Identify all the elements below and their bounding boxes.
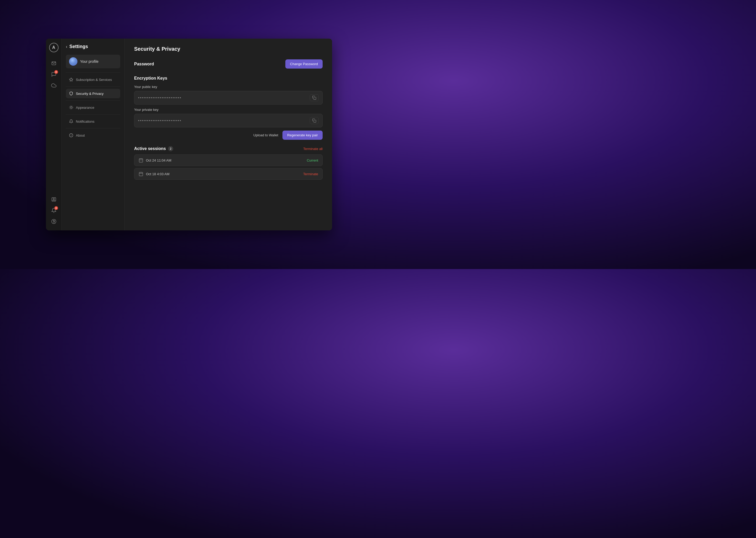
sessions-count-badge: 2 xyxy=(168,146,173,151)
password-section: Password Change Password xyxy=(134,59,323,69)
dollar-icon xyxy=(51,219,57,224)
session-item-2: Oct 18 4:03 AM Terminate xyxy=(134,168,323,180)
divider-1 xyxy=(66,73,120,73)
session-item-1: Oct 24 11:04 AM Current xyxy=(134,154,323,166)
svg-marker-4 xyxy=(69,78,73,81)
bell-nav-item[interactable]: 3 xyxy=(49,206,59,215)
appearance-icon xyxy=(69,105,73,110)
change-password-button[interactable]: Change Password xyxy=(285,59,323,69)
settings-header: ‹ Settings xyxy=(66,44,120,49)
divider-4 xyxy=(66,114,120,115)
notification-icon xyxy=(69,119,73,124)
app-window: A 3 xyxy=(46,39,332,230)
shield-icon xyxy=(69,91,73,96)
contacts-nav-item[interactable] xyxy=(49,195,59,204)
app-logo[interactable]: A xyxy=(49,43,59,52)
cloud-nav-item[interactable] xyxy=(49,81,59,90)
public-key-label: Your public key xyxy=(134,85,323,89)
settings-title: Settings xyxy=(69,44,88,49)
profile-name: Your profile xyxy=(80,59,98,64)
info-icon xyxy=(69,133,73,137)
svg-rect-10 xyxy=(314,97,316,100)
svg-rect-16 xyxy=(139,172,143,176)
copy-icon xyxy=(312,96,316,100)
private-key-label: Your private key xyxy=(134,108,323,112)
chat-badge: 3 xyxy=(54,70,58,74)
dollar-nav-item[interactable] xyxy=(49,217,59,226)
profile-menu-item[interactable]: Your profile xyxy=(66,55,120,68)
sessions-title-row: Active sessions 2 xyxy=(134,146,173,151)
session-terminate-button-2[interactable]: Terminate xyxy=(303,172,318,176)
password-label: Password xyxy=(134,62,154,67)
sidebar-item-about[interactable]: About xyxy=(66,131,120,140)
calendar-icon-1 xyxy=(139,158,143,163)
sidebar-item-appearance[interactable]: Appearance xyxy=(66,103,120,112)
svg-rect-11 xyxy=(314,120,316,123)
upload-to-wallet-button[interactable]: Upload to Wallet xyxy=(253,133,278,137)
divider-2 xyxy=(66,86,120,87)
icon-sidebar: A 3 xyxy=(46,39,62,230)
sidebar-item-notifications[interactable]: Notifications xyxy=(66,117,120,126)
divider-5 xyxy=(66,128,120,129)
back-button[interactable]: ‹ xyxy=(66,44,67,49)
encryption-title: Encryption Keys xyxy=(134,76,323,81)
cloud-icon xyxy=(51,83,57,88)
svg-point-6 xyxy=(69,106,73,109)
chat-nav-item[interactable]: 3 xyxy=(49,70,59,79)
bell-badge: 3 xyxy=(54,206,58,210)
page-title: Security & Privacy xyxy=(134,46,323,52)
avatar xyxy=(69,57,77,66)
session-left-1: Oct 24 11:04 AM xyxy=(139,158,171,163)
encryption-section: Encryption Keys Your public key ••••••••… xyxy=(134,76,323,140)
private-key-field: •••••••••••••••••••••••• xyxy=(134,114,323,128)
subscription-label: Subscription & Services xyxy=(76,78,112,82)
icon-sidebar-bottom: 3 xyxy=(49,195,59,226)
sessions-section: Active sessions 2 Terminate all Oct 24 1… xyxy=(134,146,323,180)
divider-3 xyxy=(66,100,120,101)
copy-public-key-button[interactable] xyxy=(310,94,319,101)
private-key-value: •••••••••••••••••••••••• xyxy=(138,119,310,123)
public-key-field: •••••••••••••••••••••••• xyxy=(134,91,323,105)
public-key-value: •••••••••••••••••••••••• xyxy=(138,96,310,100)
contacts-icon xyxy=(51,197,57,202)
session-status-1: Current xyxy=(307,158,318,162)
session-date-1: Oct 24 11:04 AM xyxy=(146,158,171,162)
notifications-label: Notifications xyxy=(76,120,95,124)
main-content: Security & Privacy Password Change Passw… xyxy=(125,39,332,230)
regenerate-key-pair-button[interactable]: Regenerate key pair xyxy=(282,131,323,140)
svg-point-2 xyxy=(53,198,54,200)
icon-sidebar-top: 3 xyxy=(49,59,59,192)
mail-nav-item[interactable] xyxy=(49,59,59,68)
sidebar-item-security[interactable]: Security & Privacy xyxy=(66,89,120,98)
sessions-title: Active sessions xyxy=(134,146,166,151)
sessions-header: Active sessions 2 Terminate all xyxy=(134,146,323,151)
terminate-all-button[interactable]: Terminate all xyxy=(303,147,323,151)
settings-sidebar: ‹ Settings Your profile Subscription & S… xyxy=(62,39,125,230)
copy-icon-2 xyxy=(312,119,316,123)
about-label: About xyxy=(76,134,85,137)
key-actions: Upload to Wallet Regenerate key pair xyxy=(134,131,323,140)
appearance-label: Appearance xyxy=(76,106,94,110)
copy-private-key-button[interactable] xyxy=(310,117,319,124)
security-label: Security & Privacy xyxy=(76,92,103,96)
svg-point-5 xyxy=(71,107,72,108)
svg-rect-12 xyxy=(139,159,143,162)
star-icon xyxy=(69,78,73,82)
password-row: Password Change Password xyxy=(134,59,323,69)
sidebar-item-subscription[interactable]: Subscription & Services xyxy=(66,75,120,84)
calendar-icon-2 xyxy=(139,172,143,176)
session-left-2: Oct 18 4:03 AM xyxy=(139,172,169,176)
mail-icon xyxy=(51,61,57,66)
session-date-2: Oct 18 4:03 AM xyxy=(146,172,169,176)
